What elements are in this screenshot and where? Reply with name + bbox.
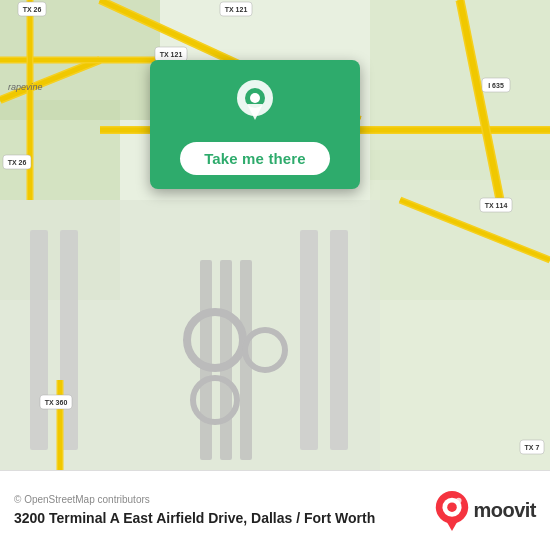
svg-text:TX 7: TX 7 xyxy=(525,444,540,451)
map-pin-icon xyxy=(229,78,281,130)
svg-text:TX 114: TX 114 xyxy=(485,202,508,209)
svg-rect-5 xyxy=(380,0,550,470)
svg-text:TX 121: TX 121 xyxy=(160,51,183,58)
copyright-text: © OpenStreetMap contributors xyxy=(14,494,435,505)
bottom-bar: © OpenStreetMap contributors 3200 Termin… xyxy=(0,470,550,550)
svg-point-60 xyxy=(456,497,462,503)
svg-text:TX 121: TX 121 xyxy=(225,6,248,13)
location-card: Take me there xyxy=(150,60,360,189)
moovit-logo: moovit xyxy=(435,491,536,531)
take-me-there-button[interactable]: Take me there xyxy=(180,142,330,175)
svg-rect-7 xyxy=(30,230,48,450)
moovit-pin-icon xyxy=(435,491,469,531)
bottom-left: © OpenStreetMap contributors 3200 Termin… xyxy=(14,494,435,527)
svg-point-58 xyxy=(448,502,458,512)
svg-text:I 635: I 635 xyxy=(488,82,504,89)
svg-rect-10 xyxy=(330,230,348,450)
svg-text:rapevine: rapevine xyxy=(8,82,43,92)
svg-marker-59 xyxy=(445,517,460,530)
svg-text:TX 360: TX 360 xyxy=(45,399,68,406)
map-container: TX 26 TX 121 TX 121 TX 114 TX 114 I 635 … xyxy=(0,0,550,470)
svg-rect-11 xyxy=(200,260,212,460)
svg-text:TX 26: TX 26 xyxy=(23,6,42,13)
moovit-brand-text: moovit xyxy=(473,499,536,522)
svg-text:TX 26: TX 26 xyxy=(8,159,27,166)
svg-point-54 xyxy=(250,93,260,103)
svg-rect-9 xyxy=(300,230,318,450)
address-text: 3200 Terminal A East Airfield Drive, Dal… xyxy=(14,509,435,527)
